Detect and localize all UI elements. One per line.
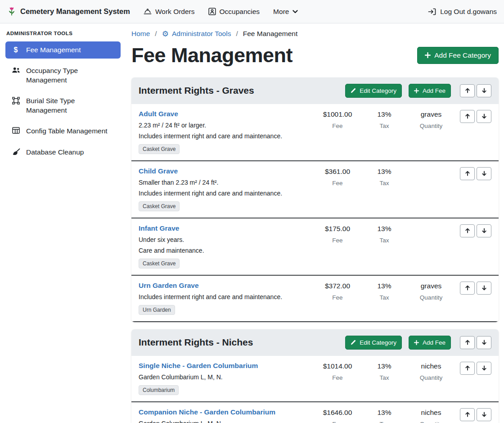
tax-column: 13%Tax xyxy=(361,167,408,186)
nav-label: More xyxy=(273,8,289,16)
fee-move-down-button[interactable] xyxy=(477,282,491,295)
fee-label: Fee xyxy=(314,180,361,186)
app-title: Cemetery Management System xyxy=(20,7,130,16)
category-header: Interment Rights - Graves Edit Category … xyxy=(131,77,499,104)
sidebar-item-label: Fee Management xyxy=(26,45,81,55)
tax-label: Tax xyxy=(361,123,408,129)
nav-item-more[interactable]: More xyxy=(273,8,298,16)
pencil-icon xyxy=(351,88,356,93)
breadcrumb-home-link[interactable]: Home xyxy=(131,30,150,38)
sidebar-item-occupancy-type-management[interactable]: Occupancy Type Management xyxy=(5,62,121,89)
tax-column: 13%Tax xyxy=(361,110,408,129)
tax-value: 13% xyxy=(361,168,408,176)
edit-category-button[interactable]: Edit Category xyxy=(345,336,402,350)
quantity-column xyxy=(408,224,454,225)
fee-move-up-button[interactable] xyxy=(460,282,475,295)
fee-move-up-button[interactable] xyxy=(460,362,475,375)
chevron-down-icon xyxy=(292,10,298,14)
tax-column: 13%Tax xyxy=(361,224,408,244)
sidebar-item-database-cleanup[interactable]: Database Cleanup xyxy=(5,144,121,161)
arrow-up-icon xyxy=(465,285,470,291)
add-fee-button[interactable]: Add Fee xyxy=(409,336,451,350)
nav-item-occupancies[interactable]: Occupancies xyxy=(208,8,260,16)
fee-type-badge: Columbarium xyxy=(139,385,179,395)
fee-amount-column: $175.00Fee xyxy=(314,224,361,244)
category-move-down-button[interactable] xyxy=(477,84,491,97)
fee-move-down-button[interactable] xyxy=(477,110,491,123)
arrow-up-icon xyxy=(465,412,470,417)
arrow-up-icon xyxy=(465,365,470,371)
admin-sidebar: ADMINISTRATOR TOOLS $ Fee Management Occ… xyxy=(0,23,126,423)
tax-value: 13% xyxy=(361,282,408,291)
fee-move-down-button[interactable] xyxy=(477,167,491,180)
fee-move-up-button[interactable] xyxy=(460,110,475,123)
sidebar-heading: ADMINISTRATOR TOOLS xyxy=(5,31,121,36)
tax-label: Tax xyxy=(361,180,408,186)
breadcrumb: Home / ⚙ Administrator Tools / Fee Manag… xyxy=(131,30,499,38)
arrow-down-icon xyxy=(482,340,487,345)
app-brand[interactable]: Cemetery Management System xyxy=(7,6,130,17)
nav-item-work-orders[interactable]: Work Orders xyxy=(144,8,195,16)
add-fee-category-button[interactable]: Add Fee Category xyxy=(417,47,499,64)
quantity-value: graves xyxy=(408,282,454,291)
fee-move-down-button[interactable] xyxy=(477,362,491,375)
fee-name-link[interactable]: Companion Niche - Garden Columbarium xyxy=(139,408,311,416)
fee-amount: $372.00 xyxy=(314,282,361,291)
pencil-icon xyxy=(351,340,356,345)
category-move-down-button[interactable] xyxy=(477,336,491,349)
quantity-column xyxy=(408,167,454,168)
category-move-up-button[interactable] xyxy=(460,336,475,349)
users-icon xyxy=(11,67,21,73)
logout-icon xyxy=(428,8,436,15)
sidebar-item-fee-management[interactable]: $ Fee Management xyxy=(5,41,121,59)
sidebar-item-burial-site-type-management[interactable]: Burial Site Type Management xyxy=(5,92,121,119)
fee-row: Single Niche - Garden Columbarium Garden… xyxy=(131,356,499,402)
quantity-value: niches xyxy=(408,362,454,371)
arrow-up-icon xyxy=(465,114,470,119)
fee-amount: $175.00 xyxy=(314,225,361,233)
arrow-down-icon xyxy=(482,285,487,291)
logout-button[interactable]: Log Out d.gowans xyxy=(428,8,497,16)
arrow-down-icon xyxy=(482,114,487,119)
arrow-down-icon xyxy=(482,88,487,93)
top-navbar: Cemetery Management System Work Orders O… xyxy=(0,0,504,23)
plus-icon xyxy=(414,340,419,345)
quantity-label: Quantity xyxy=(408,421,454,423)
fee-amount: $1001.00 xyxy=(314,110,361,119)
fee-name-link[interactable]: Urn Garden Grave xyxy=(139,282,311,290)
fee-description: Smaller than 2.23 m² / 24 ft². xyxy=(139,179,311,186)
fee-move-up-button[interactable] xyxy=(460,408,475,421)
add-fee-button[interactable]: Add Fee xyxy=(409,84,451,98)
quantity-column: gravesQuantity xyxy=(408,110,454,129)
fee-row: Urn Garden Grave Includes interment righ… xyxy=(131,276,499,322)
fee-name-link[interactable]: Infant Grave xyxy=(139,224,311,232)
fee-description: Garden Columbarium L, M, N. xyxy=(139,373,311,381)
tax-column: 13%Tax xyxy=(361,408,408,423)
sidebar-item-config-table-management[interactable]: Config Table Management xyxy=(5,123,121,140)
fee-move-down-button[interactable] xyxy=(477,408,491,421)
fee-amount: $361.00 xyxy=(314,168,361,176)
fee-description: Under six years. xyxy=(139,236,311,243)
fee-type-badge: Casket Grave xyxy=(139,201,180,211)
fee-name-link[interactable]: Adult Grave xyxy=(139,110,311,118)
category-move-up-button[interactable] xyxy=(460,84,475,97)
table-icon xyxy=(11,127,21,134)
arrow-down-icon xyxy=(482,365,487,371)
fee-amount-column: $1014.00Fee xyxy=(314,362,361,381)
quantity-column: nichesQuantity xyxy=(408,362,454,381)
tax-value: 13% xyxy=(361,362,408,371)
quantity-label: Quantity xyxy=(408,294,454,301)
breadcrumb-admin-tools-link[interactable]: ⚙ Administrator Tools xyxy=(162,30,231,38)
nav-label: Occupancies xyxy=(220,8,260,16)
fee-move-up-button[interactable] xyxy=(460,167,475,180)
fee-name-link[interactable]: Single Niche - Garden Columbarium xyxy=(139,362,311,370)
tax-value: 13% xyxy=(361,225,408,233)
occupant-icon xyxy=(208,8,216,15)
fee-move-up-button[interactable] xyxy=(460,224,475,237)
fee-amount: $1646.00 xyxy=(314,409,361,417)
fee-name-link[interactable]: Child Grave xyxy=(139,167,311,175)
edit-category-button[interactable]: Edit Category xyxy=(345,84,402,98)
fee-move-down-button[interactable] xyxy=(477,224,491,237)
fee-type-badge: Casket Grave xyxy=(139,144,180,154)
arrow-down-icon xyxy=(482,171,487,176)
